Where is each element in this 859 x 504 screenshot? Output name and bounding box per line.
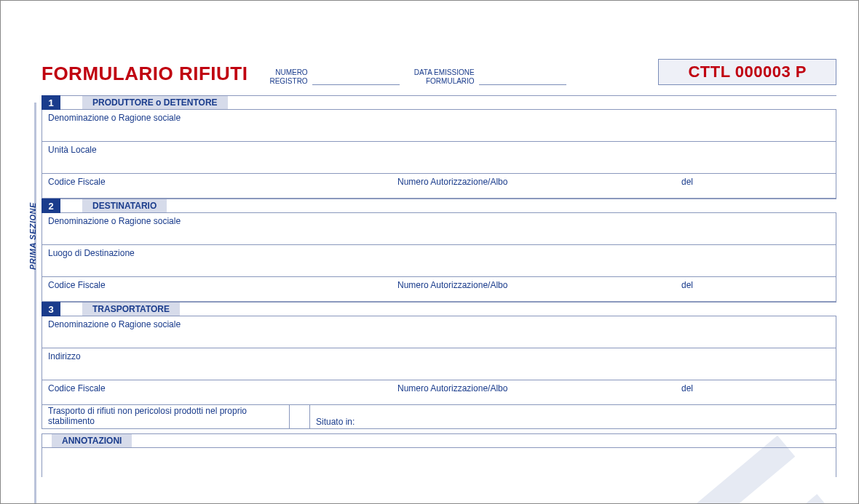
checkbox-s3-trasporto-proprio[interactable]	[290, 405, 310, 428]
section-header-2: 2 DESTINATARIO	[41, 199, 836, 213]
section-header-3: 3 TRASPORTATORE	[41, 302, 836, 316]
label-s3-situato-in: Situato in:	[310, 405, 836, 428]
label-s1-numero-autorizzazione: Numero Autorizzazione/Albo	[392, 174, 676, 198]
section-title-produttore: PRODUTTORE o DETENTORE	[82, 95, 228, 110]
row-s3-codice-fiscale: Codice Fiscale Numero Autorizzazione/Alb…	[41, 380, 836, 405]
field-numero-registro: NUMEROREGISTRO	[269, 68, 399, 85]
row-s3-denominazione: Denominazione o Ragione sociale	[41, 316, 836, 348]
side-strip	[34, 103, 36, 503]
row-s2-denominazione: Denominazione o Ragione sociale	[41, 213, 836, 245]
row-s2-luogo-destinazione: Luogo di Destinazione	[41, 245, 836, 277]
section-number-3: 3	[41, 302, 60, 316]
label-data-emissione: DATA EMISSIONEFORMULARIO	[414, 68, 475, 85]
row-s1-unita-locale: Unità Locale	[41, 142, 836, 174]
field-data-emissione: DATA EMISSIONEFORMULARIO	[414, 68, 566, 85]
label-s3-denominazione: Denominazione o Ragione sociale	[42, 316, 836, 348]
label-s1-del: del	[676, 174, 836, 198]
section-title-trasportatore: TRASPORTATORE	[82, 302, 180, 316]
form-title: FORMULARIO RIFIUTI	[41, 63, 248, 85]
annotazioni-body[interactable]	[41, 448, 836, 477]
section-title-annotazioni: ANNOTAZIONI	[52, 433, 132, 448]
row-s2-codice-fiscale: Codice Fiscale Numero Autorizzazione/Alb…	[41, 277, 836, 302]
label-s2-numero-autorizzazione: Numero Autorizzazione/Albo	[392, 277, 676, 301]
label-s3-trasporto-proprio: Trasporto di rifiuti non pericolosi prod…	[42, 405, 290, 428]
serial-number-box: CTTL 000003 P	[658, 59, 836, 85]
input-numero-registro[interactable]	[312, 75, 400, 85]
label-s2-del: del	[676, 277, 836, 301]
side-label-prima-sezione: PRIMA SEZIONE	[28, 202, 37, 270]
row-s3-indirizzo: Indirizzo	[41, 348, 836, 380]
input-data-emissione[interactable]	[479, 75, 566, 85]
label-s1-denominazione: Denominazione o Ragione sociale	[42, 110, 836, 141]
label-s1-unita-locale: Unità Locale	[42, 142, 836, 173]
row-s1-codice-fiscale: Codice Fiscale Numero Autorizzazione/Alb…	[41, 174, 836, 199]
section-number-2: 2	[41, 199, 60, 213]
label-numero-registro: NUMEROREGISTRO	[269, 68, 307, 85]
section-header-annotazioni: ANNOTAZIONI	[41, 433, 836, 448]
label-s2-denominazione: Denominazione o Ragione sociale	[42, 213, 836, 244]
label-s3-codice-fiscale: Codice Fiscale	[42, 380, 392, 404]
section-title-destinatario: DESTINATARIO	[82, 199, 167, 213]
section-header-1: 1 PRODUTTORE o DETENTORE	[41, 95, 836, 110]
label-s3-numero-autorizzazione: Numero Autorizzazione/Albo	[392, 380, 676, 404]
row-s1-denominazione: Denominazione o Ragione sociale	[41, 110, 836, 142]
section-number-1: 1	[41, 95, 60, 110]
label-s2-luogo-destinazione: Luogo di Destinazione	[42, 245, 836, 276]
row-s3-trasporto-proprio: Trasporto di rifiuti non pericolosi prod…	[41, 405, 836, 429]
label-s2-codice-fiscale: Codice Fiscale	[42, 277, 392, 301]
label-s3-indirizzo: Indirizzo	[42, 348, 836, 380]
form-header: FORMULARIO RIFIUTI NUMEROREGISTRO DATA E…	[41, 59, 836, 85]
label-s1-codice-fiscale: Codice Fiscale	[42, 174, 392, 198]
label-s3-del: del	[676, 380, 836, 404]
